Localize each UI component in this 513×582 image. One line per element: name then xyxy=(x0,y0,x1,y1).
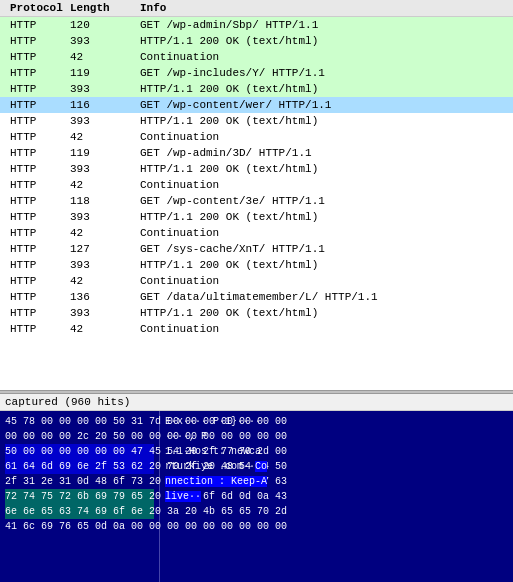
cell-protocol: HTTP xyxy=(0,259,70,271)
table-row[interactable]: HTTP393HTTP/1.1 200 OK (text/html) xyxy=(0,305,513,321)
cell-length: 393 xyxy=(70,259,140,271)
table-row[interactable]: HTTP42Continuation xyxy=(0,321,513,337)
cell-info: HTTP/1.1 200 OK (text/html) xyxy=(140,115,513,127)
table-row[interactable]: HTTP116GET /wp-content/wer/ HTTP/1.1 xyxy=(0,97,513,113)
cell-info: HTTP/1.1 200 OK (text/html) xyxy=(140,259,513,271)
table-body[interactable]: HTTP120GET /wp-admin/Sbp/ HTTP/1.1HTTP39… xyxy=(0,17,513,337)
table-row[interactable]: HTTP119GET /wp-admin/3D/ HTTP/1.1 xyxy=(0,145,513,161)
table-row[interactable]: HTTP136GET /data/ultimatemember/L/ HTTP/… xyxy=(0,289,513,305)
table-row[interactable]: HTTP42Continuation xyxy=(0,273,513,289)
table-row[interactable]: HTTP393HTTP/1.1 200 OK (text/html) xyxy=(0,33,513,49)
text-line: E·x···· P·1}···· xyxy=(165,414,508,429)
bottom-panel: 45 78 00 00 00 00 50 31 7d 00 00 00 00 0… xyxy=(0,411,513,582)
table-row[interactable]: HTTP42Continuation xyxy=(0,129,513,145)
hex-line: 6e 6e 65 63 74 69 6f 6e 20 3a 20 4b 65 6… xyxy=(5,504,154,519)
cell-length: 116 xyxy=(70,99,140,111)
cell-length: 42 xyxy=(70,179,140,191)
text-line: ····, P xyxy=(165,429,508,444)
cell-info: GET /wp-admin/3D/ HTTP/1.1 xyxy=(140,147,513,159)
cell-info: GET /data/ultimatemember/L/ HTTP/1.1 xyxy=(140,291,513,303)
cell-protocol: HTTP xyxy=(0,19,70,31)
cell-protocol: HTTP xyxy=(0,35,70,47)
cell-info: Continuation xyxy=(140,131,513,143)
cell-protocol: HTTP xyxy=(0,179,70,191)
packet-table: Protocol Length Info HTTP120GET /wp-admi… xyxy=(0,0,513,390)
cell-protocol: HTTP xyxy=(0,147,70,159)
cell-info: GET /sys-cache/XnT/ HTTP/1.1 xyxy=(140,243,513,255)
cell-length: 42 xyxy=(70,275,140,287)
hex-line: 00 00 00 00 2c 20 50 00 00 00 00 00 00 0… xyxy=(5,429,154,444)
cell-info: Continuation xyxy=(140,275,513,287)
cell-info: GET /wp-content/wer/ HTTP/1.1 xyxy=(140,99,513,111)
col-header-protocol: Protocol xyxy=(0,2,70,14)
cell-info: GET /wp-admin/Sbp/ HTTP/1.1 xyxy=(140,19,513,31)
table-row[interactable]: HTTP118GET /wp-content/3e/ HTTP/1.1 xyxy=(0,193,513,209)
table-header: Protocol Length Info xyxy=(0,0,513,17)
col-header-info: Info xyxy=(140,2,513,14)
cell-protocol: HTTP xyxy=(0,211,70,223)
table-row[interactable]: HTTP393HTTP/1.1 200 OK (text/html) xyxy=(0,257,513,273)
hex-line: 41 6c 69 76 65 0d 0a 00 00 00 00 00 00 0… xyxy=(5,519,154,534)
cell-info: GET /wp-includes/Y/ HTTP/1.1 xyxy=(140,67,513,79)
cell-length: 42 xyxy=(70,323,140,335)
cell-protocol: HTTP xyxy=(0,323,70,335)
cell-length: 393 xyxy=(70,115,140,127)
cell-info: HTTP/1.1 200 OK (text/html) xyxy=(140,83,513,95)
cell-info: HTTP/1.1 200 OK (text/html) xyxy=(140,307,513,319)
cell-length: 393 xyxy=(70,307,140,319)
table-row[interactable]: HTTP42Continuation xyxy=(0,49,513,65)
table-row[interactable]: HTTP120GET /wp-admin/Sbp/ HTTP/1.1 xyxy=(0,17,513,33)
cell-protocol: HTTP xyxy=(0,83,70,95)
hex-line: 45 78 00 00 00 00 50 31 7d 00 00 00 00 0… xyxy=(5,414,154,429)
text-dump: E·x···· P·1}········, P1.1·Hos t: newcar… xyxy=(160,411,513,582)
hex-line: 2f 31 2e 31 0d 48 6f 73 20 74 3a 20 6e 6… xyxy=(5,474,154,489)
text-line: 1.1·Hos t: newca xyxy=(165,444,508,459)
table-row[interactable]: HTTP42Continuation xyxy=(0,177,513,193)
cell-protocol: HTTP xyxy=(0,227,70,239)
cell-protocol: HTTP xyxy=(0,131,70,143)
cell-protocol: HTTP xyxy=(0,163,70,175)
table-row[interactable]: HTTP127GET /sys-cache/XnT/ HTTP/1.1 xyxy=(0,241,513,257)
cell-length: 127 xyxy=(70,243,140,255)
cell-protocol: HTTP xyxy=(0,275,70,287)
cell-protocol: HTTP xyxy=(0,195,70,207)
cell-protocol: HTTP xyxy=(0,307,70,319)
hex-line: 61 64 6d 69 6e 2f 53 62 20 70 2f 20 48 5… xyxy=(5,459,154,474)
hex-line: 50 00 00 00 00 00 00 47 45 54 20 2f 77 7… xyxy=(5,444,154,459)
table-row[interactable]: HTTP119GET /wp-includes/Y/ HTTP/1.1 xyxy=(0,65,513,81)
cell-protocol: HTTP xyxy=(0,99,70,111)
text-line: rturkiye .com··Co xyxy=(165,459,508,474)
cell-length: 136 xyxy=(70,291,140,303)
hex-dump: 45 78 00 00 00 00 50 31 7d 00 00 00 00 0… xyxy=(0,411,160,582)
cell-protocol: HTTP xyxy=(0,291,70,303)
cell-info: Continuation xyxy=(140,227,513,239)
cell-length: 118 xyxy=(70,195,140,207)
table-row[interactable]: HTTP393HTTP/1.1 200 OK (text/html) xyxy=(0,81,513,97)
status-bar: captured (960 hits) xyxy=(0,394,513,411)
cell-info: HTTP/1.1 200 OK (text/html) xyxy=(140,35,513,47)
status-text: captured (960 hits) xyxy=(5,396,130,408)
hex-line: 72 74 75 72 6b 69 79 65 20 2e 63 6f 6d 0… xyxy=(5,489,154,504)
cell-length: 42 xyxy=(70,131,140,143)
table-row[interactable]: HTTP42Continuation xyxy=(0,225,513,241)
cell-length: 42 xyxy=(70,227,140,239)
cell-length: 393 xyxy=(70,211,140,223)
cell-length: 119 xyxy=(70,67,140,79)
cell-length: 393 xyxy=(70,163,140,175)
table-row[interactable]: HTTP393HTTP/1.1 200 OK (text/html) xyxy=(0,209,513,225)
col-header-length: Length xyxy=(70,2,140,14)
table-row[interactable]: HTTP393HTTP/1.1 200 OK (text/html) xyxy=(0,161,513,177)
cell-protocol: HTTP xyxy=(0,243,70,255)
cell-length: 119 xyxy=(70,147,140,159)
cell-info: HTTP/1.1 200 OK (text/html) xyxy=(140,163,513,175)
table-row[interactable]: HTTP393HTTP/1.1 200 OK (text/html) xyxy=(0,113,513,129)
cell-protocol: HTTP xyxy=(0,51,70,63)
cell-length: 42 xyxy=(70,51,140,63)
cell-protocol: HTTP xyxy=(0,67,70,79)
text-line: live·· xyxy=(165,489,508,504)
cell-length: 393 xyxy=(70,35,140,47)
cell-info: GET /wp-content/3e/ HTTP/1.1 xyxy=(140,195,513,207)
cell-info: HTTP/1.1 200 OK (text/html) xyxy=(140,211,513,223)
text-line: nnection : Keep-A xyxy=(165,474,508,489)
cell-info: Continuation xyxy=(140,179,513,191)
